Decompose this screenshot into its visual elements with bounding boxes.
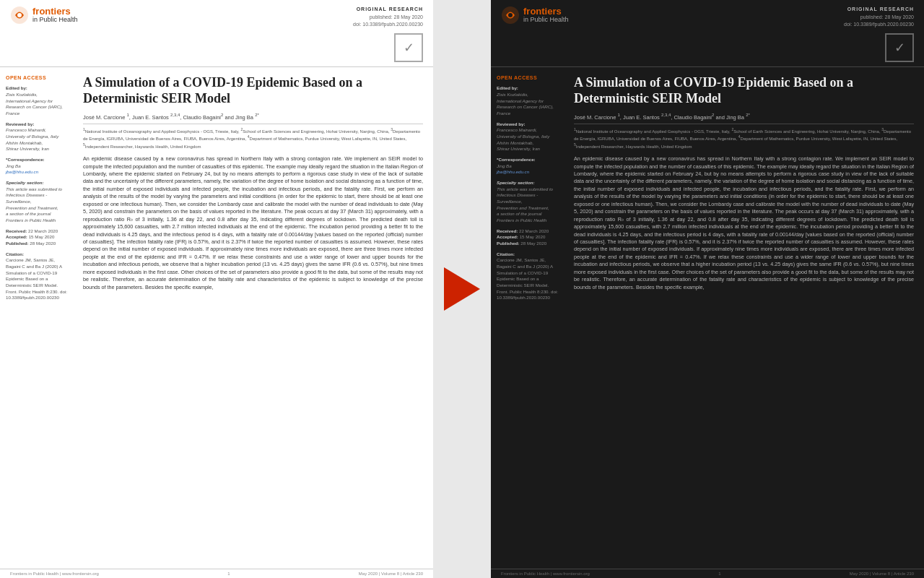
correspondence-section: *Correspondence: Jing Bajba@hhu.edu.cn <box>6 157 70 176</box>
doc-header-dark: frontiers in Public Health ORIGINAL RESE… <box>491 0 924 67</box>
footer-right-dark: May 2020 | Volume 8 | Article 230 <box>850 571 914 576</box>
frontiers-logo-icon-dark <box>501 6 520 25</box>
document-page-light: frontiers in Public Health ORIGINAL RESE… <box>0 0 433 578</box>
doc-footer-dark: Frontiers in Public Health | www.frontie… <box>491 569 924 578</box>
doi-dark: doi: 10.3389/fpubh.2020.00230 <box>844 21 914 29</box>
svg-point-1 <box>17 13 22 17</box>
published-date: published: 28 May 2020 <box>353 14 423 22</box>
check-badge-dark: ✓ <box>885 33 914 62</box>
correspondence-section-dark: *Correspondence: Jing Bajba@hhu.edu.cn <box>497 157 561 176</box>
reviewed-by-section-dark: Reviewed by: Francesco Mainardi,Universi… <box>497 121 561 152</box>
edited-by-label: Edited by: <box>6 85 70 92</box>
footer-left: Frontiers in Public Health | www.frontie… <box>10 571 99 576</box>
reviewed-by-value: Francesco Mainardi,University of Bologna… <box>6 127 70 152</box>
check-badge: ✓ <box>394 33 423 62</box>
accepted-row-dark: Accepted: 15 May 2020 <box>497 234 561 241</box>
open-access-section-dark: OPEN ACCESS <box>497 74 561 82</box>
specialty-label: Specialty section: <box>6 180 70 186</box>
footer-right: May 2020 | Volume 8 | Article 230 <box>359 571 423 576</box>
logo-subtitle-text: in Public Health <box>32 17 78 24</box>
reviewed-by-label: Reviewed by: <box>6 121 70 128</box>
specialty-section: Specialty section: This article was subm… <box>6 180 70 224</box>
published-date-dark: published: 28 May 2020 <box>844 14 914 22</box>
citation-value: Carcione JM, Santos JE, Bagaini C and Ba… <box>6 257 70 301</box>
doc-body: OPEN ACCESS Edited by: Zisis Kozlakidis,… <box>0 67 433 569</box>
reviewed-by-label-dark: Reviewed by: <box>497 121 561 128</box>
doc-abstract: An epidemic disease caused by a new coro… <box>83 155 423 291</box>
page-container: frontiers in Public Health ORIGINAL RESE… <box>0 0 924 578</box>
specialty-value-dark: This article was submitted toInfectious … <box>497 186 561 224</box>
doi: doi: 10.3389/fpubh.2020.00230 <box>353 21 423 29</box>
doc-body-dark: OPEN ACCESS Edited by: Zisis Kozlakidis,… <box>491 67 924 569</box>
published-row: Published: 28 May 2020 <box>6 241 70 247</box>
received-row: Received: 22 March 2020 <box>6 228 70 235</box>
citation-label-dark: Citation: <box>497 251 561 258</box>
doc-sidebar-dark: OPEN ACCESS Edited by: Zisis Kozlakidis,… <box>491 67 567 569</box>
citation-label: Citation: <box>6 251 70 258</box>
correspondence-value-dark: Jing Bajba@hhu.edu.cn <box>497 163 561 176</box>
logo-subtitle-text-dark: in Public Health <box>523 17 569 24</box>
divider-dark <box>574 124 914 124</box>
edited-by-section: Edited by: Zisis Kozlakidis,Internationa… <box>6 85 70 116</box>
doc-main: A Simulation of a COVID-19 Epidemic Base… <box>76 67 433 569</box>
doc-affiliations: 1National Institute of Oceanography and … <box>83 127 423 150</box>
correspondence-value: Jing Bajba@hhu.edu.cn <box>6 163 70 176</box>
open-access-section: OPEN ACCESS <box>6 74 70 82</box>
header-meta-dark: ORIGINAL RESEARCH published: 28 May 2020… <box>844 6 914 29</box>
logo-frontiers-text: frontiers <box>32 7 78 17</box>
frontiers-logo-icon <box>10 6 29 25</box>
divider <box>83 124 423 124</box>
footer-center: 1 <box>227 571 230 576</box>
svg-point-3 <box>508 13 513 17</box>
doc-abstract-dark: An epidemic disease caused by a new coro… <box>574 155 914 291</box>
logo-text-group-dark: frontiers in Public Health <box>523 7 569 24</box>
edited-by-value-dark: Zisis Kozlakidis,International Agency fo… <box>497 92 561 117</box>
correspondence-label-dark: *Correspondence: <box>497 157 561 163</box>
doc-title-dark: A Simulation of a COVID-19 Epidemic Base… <box>574 74 914 107</box>
frontiers-logo: frontiers in Public Health <box>10 6 78 25</box>
doc-title: A Simulation of a COVID-19 Epidemic Base… <box>83 74 423 107</box>
direction-arrow <box>444 267 480 311</box>
edited-by-label-dark: Edited by: <box>497 85 561 92</box>
edited-by-value: Zisis Kozlakidis,International Agency fo… <box>6 92 70 117</box>
citation-section: Citation: Carcione JM, Santos JE, Bagain… <box>6 251 70 301</box>
header-meta: ORIGINAL RESEARCH published: 28 May 2020… <box>353 6 423 29</box>
specialty-section-dark: Specialty section: This article was subm… <box>497 180 561 224</box>
published-row-dark: Published: 28 May 2020 <box>497 241 561 247</box>
open-access-label: OPEN ACCESS <box>6 74 70 82</box>
accepted-row: Accepted: 15 May 2020 <box>6 234 70 241</box>
citation-section-dark: Citation: Carcione JM, Santos JE, Bagain… <box>497 251 561 301</box>
footer-left-dark: Frontiers in Public Health | www.frontie… <box>501 571 590 576</box>
frontiers-logo-dark: frontiers in Public Health <box>501 6 569 25</box>
doc-main-dark: A Simulation of a COVID-19 Epidemic Base… <box>567 67 924 569</box>
doc-affiliations-dark: 1National Institute of Oceanography and … <box>574 127 914 150</box>
original-research-label: ORIGINAL RESEARCH <box>353 6 423 14</box>
arrow-container <box>433 0 491 578</box>
logo-frontiers-text-dark: frontiers <box>523 7 569 17</box>
doc-footer: Frontiers in Public Health | www.frontie… <box>0 569 433 578</box>
reviewed-by-section: Reviewed by: Francesco Mainardi,Universi… <box>6 121 70 152</box>
footer-center-dark: 1 <box>718 571 720 576</box>
doc-sidebar: OPEN ACCESS Edited by: Zisis Kozlakidis,… <box>0 67 76 569</box>
original-research-label-dark: ORIGINAL RESEARCH <box>844 6 914 14</box>
correspondence-label: *Correspondence: <box>6 157 70 163</box>
document-page-dark: frontiers in Public Health ORIGINAL RESE… <box>491 0 924 578</box>
doc-header: frontiers in Public Health ORIGINAL RESE… <box>0 0 433 67</box>
specialty-value: This article was submitted toInfectious … <box>6 186 70 224</box>
doc-authors: José M. Carcione 1, Juan E. Santos 2,3,4… <box>83 113 423 121</box>
citation-value-dark: Carcione JM, Santos JE, Bagaini C and Ba… <box>497 257 561 301</box>
open-access-label-dark: OPEN ACCESS <box>497 74 561 82</box>
dates-section: Received: 22 March 2020 Accepted: 15 May… <box>6 228 70 247</box>
dates-section-dark: Received: 22 March 2020 Accepted: 15 May… <box>497 228 561 247</box>
logo-text-group: frontiers in Public Health <box>32 7 78 24</box>
reviewed-by-value-dark: Francesco Mainardi,University of Bologna… <box>497 127 561 152</box>
specialty-label-dark: Specialty section: <box>497 180 561 186</box>
doc-authors-dark: José M. Carcione 1, Juan E. Santos 2,3,4… <box>574 113 914 121</box>
edited-by-section-dark: Edited by: Zisis Kozlakidis,Internationa… <box>497 85 561 116</box>
received-row-dark: Received: 22 March 2020 <box>497 228 561 235</box>
